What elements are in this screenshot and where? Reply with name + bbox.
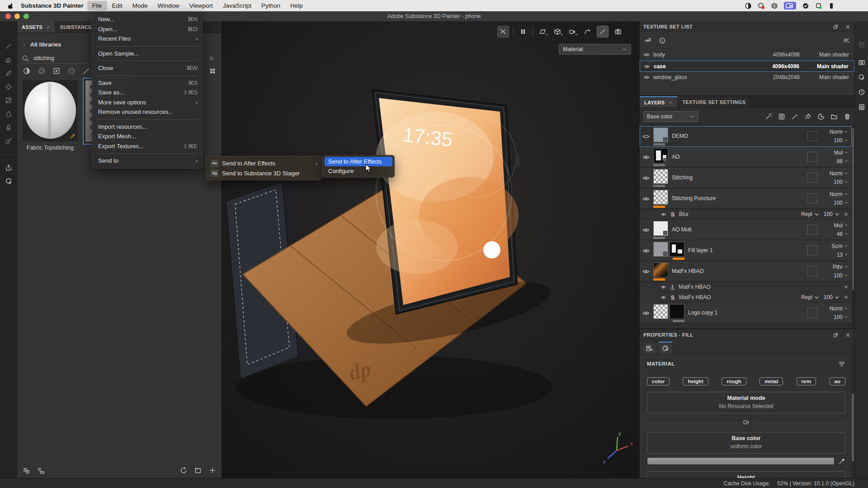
layer-row-fill-layer-1[interactable]: Fill layer 1Scrn 13 xyxy=(640,240,852,261)
opacity-select[interactable]: 88 xyxy=(837,158,848,164)
blend-mode-select[interactable]: Mul xyxy=(834,222,848,229)
layer-row-ao[interactable]: AOMul 88 xyxy=(640,147,852,168)
hide-strokes-button[interactable] xyxy=(497,26,509,38)
layer-thumbnail[interactable] xyxy=(653,263,668,277)
eye-icon[interactable] xyxy=(660,284,666,290)
clear-search-icon[interactable] xyxy=(209,54,214,62)
file-menu-item-new[interactable]: New...⌘N xyxy=(92,14,202,24)
solo-view-icon[interactable]: 1 xyxy=(659,37,666,45)
menu-mode[interactable]: Mode xyxy=(127,1,153,10)
file-menu-item-remove-unused-resources[interactable]: Remove unused resources... xyxy=(92,107,202,117)
blend-mode-select[interactable]: Norm xyxy=(830,191,848,197)
screen-record-icon[interactable] xyxy=(758,2,765,9)
shelf-icon[interactable] xyxy=(857,40,866,49)
mask-placeholder[interactable] xyxy=(807,266,817,276)
layer-row-demo[interactable]: DEMONorm 100 xyxy=(640,126,852,147)
layer-thumbnail[interactable] xyxy=(653,242,668,257)
base-color-box[interactable]: Base color uniform color xyxy=(647,432,845,454)
menu-file[interactable]: File xyxy=(87,1,107,10)
layer-thumbnail[interactable] xyxy=(653,304,668,319)
viewport-snapshot-button[interactable] xyxy=(613,26,623,37)
clone-tool[interactable] xyxy=(3,80,14,94)
send-to-library-button[interactable] xyxy=(3,174,14,188)
layer-mask-thumbnail[interactable] xyxy=(670,242,684,257)
file-menu-item-save-as[interactable]: Save as...⇧⌘S xyxy=(92,88,202,98)
height-box[interactable]: Height uniform color xyxy=(647,471,845,478)
channel-color-button[interactable]: color xyxy=(647,377,670,385)
effect-blend-select[interactable]: Repl xyxy=(801,294,820,300)
menu-viewport[interactable]: Viewport xyxy=(184,1,218,10)
layer-thumbnail[interactable] xyxy=(653,221,668,236)
color-swatch[interactable] xyxy=(647,457,835,465)
opacity-select[interactable]: 100 xyxy=(834,200,848,206)
save-shelf-icon[interactable] xyxy=(23,466,30,474)
ae-menu-item-send-to-after-effects[interactable]: Send to After Effects xyxy=(325,157,392,166)
close-panel-icon[interactable] xyxy=(845,332,851,338)
stamp-tool[interactable] xyxy=(3,121,14,134)
eye-icon[interactable] xyxy=(642,267,653,275)
undock-panel-icon[interactable] xyxy=(833,24,839,30)
effect-row-matfx-hbao[interactable]: SMatFx HBAORepl 100 ✕ xyxy=(640,292,852,303)
toggle-all-visibility-icon[interactable] xyxy=(644,37,651,45)
add-icon[interactable] xyxy=(209,466,216,474)
log-panel-icon[interactable] xyxy=(857,103,866,112)
menu-python[interactable]: Python xyxy=(256,1,285,10)
ae-menu-item-configure[interactable]: Configure xyxy=(325,166,392,176)
viewport-3d[interactable]: dp 17:35 y x z Material xyxy=(222,21,640,478)
substance-shape-icon[interactable] xyxy=(771,2,778,9)
add-smart-material-button[interactable] xyxy=(817,113,825,121)
paint-tool[interactable] xyxy=(3,39,14,53)
effect-row-blur[interactable]: SBlurRepl 100 ✕ xyxy=(640,209,852,220)
blend-mode-select[interactable]: Norm xyxy=(830,170,848,177)
sort-icon[interactable] xyxy=(843,37,850,45)
menu-javascript[interactable]: JavaScript xyxy=(218,1,256,10)
polygon-fill-tool[interactable] xyxy=(3,94,14,107)
texture-set-shader[interactable]: Main shader xyxy=(803,74,851,80)
channel-filter-select[interactable]: Base color xyxy=(643,111,698,122)
send-to-item-send-to-after-effects[interactable]: AeSend to After Effects› xyxy=(206,158,322,168)
remote-control-icon[interactable] xyxy=(815,2,822,9)
blend-mode-select[interactable]: Norm xyxy=(830,129,848,135)
language-switcher-icon[interactable] xyxy=(745,2,752,9)
mask-placeholder[interactable] xyxy=(807,173,817,183)
layer-thumbnail[interactable] xyxy=(653,148,668,163)
opacity-select[interactable]: 46 xyxy=(837,231,848,237)
mask-placeholder[interactable] xyxy=(807,131,817,141)
remove-effect-button[interactable]: ✕ xyxy=(844,211,848,217)
layer-row-ao-mult[interactable]: AO MultMul 46 xyxy=(640,220,852,240)
material-picker-tool[interactable] xyxy=(3,134,14,148)
new-shelf-icon[interactable] xyxy=(194,466,202,474)
display-settings-panel-icon[interactable] xyxy=(857,58,866,67)
asset-thumbnail[interactable] xyxy=(23,80,78,141)
mask-placeholder[interactable] xyxy=(807,152,817,162)
apple-icon[interactable] xyxy=(4,2,17,9)
eye-icon[interactable] xyxy=(660,294,666,300)
texture-set-row-case[interactable]: case4096x4096Main shader xyxy=(640,61,854,72)
close-tab-icon[interactable] xyxy=(668,100,673,105)
tab-assets[interactable]: ASSETS xyxy=(17,21,56,33)
mask-placeholder[interactable] xyxy=(807,308,817,318)
channel-ao-button[interactable]: ao xyxy=(830,377,845,385)
close-tab-icon[interactable] xyxy=(46,25,51,29)
file-menu-item-recent-files[interactable]: Recent Files› xyxy=(92,34,202,44)
section-menu-icon[interactable] xyxy=(838,360,845,367)
verified-badge-icon[interactable] xyxy=(802,2,809,9)
layer-mask-thumbnail[interactable] xyxy=(670,304,684,319)
tab-material-properties[interactable] xyxy=(659,343,672,354)
file-menu-item-more-save-options[interactable]: More save options› xyxy=(92,98,202,108)
viewport-scene[interactable]: dp 17:35 y x z xyxy=(222,21,640,478)
channel-rough-button[interactable]: rough xyxy=(722,377,746,385)
eye-icon[interactable] xyxy=(642,153,653,161)
eye-icon[interactable] xyxy=(660,211,666,217)
screen-sharing-active-icon[interactable] xyxy=(784,2,796,9)
history-panel-icon[interactable] xyxy=(857,88,866,97)
shelf-folder-icon[interactable] xyxy=(37,466,44,474)
channel-height-button[interactable]: height xyxy=(683,377,708,385)
smudge-tool[interactable] xyxy=(3,107,14,121)
remove-effect-button[interactable]: ✕ xyxy=(844,284,848,290)
effect-row-matfx-hbao[interactable]: MatFx HBAO✕ xyxy=(640,282,852,292)
layer-row-stitching[interactable]: StitchingNorm 100 xyxy=(640,168,852,188)
opacity-select[interactable]: 100 xyxy=(834,272,848,279)
menu-help[interactable]: Help xyxy=(285,1,308,10)
send-to-item-send-to-substance-3d-stager[interactable]: SgSend to Substance 3D Stager xyxy=(206,168,322,178)
